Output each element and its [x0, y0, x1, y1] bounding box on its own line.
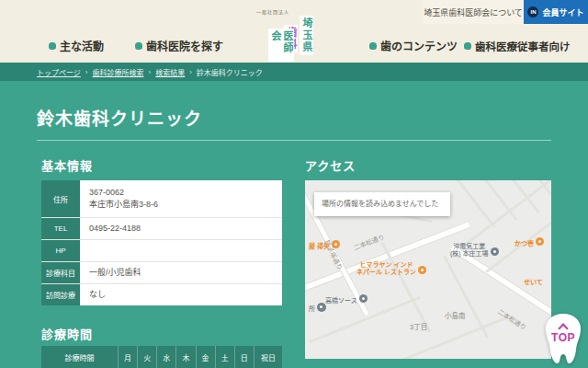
row-value: 0495-22-4188 [80, 218, 282, 239]
nav-item-tooth-contents[interactable]: 歯のコンテンツ [369, 39, 458, 52]
hours-col-header: 診療時間 [41, 346, 119, 368]
tooth-bullet-icon [49, 42, 56, 50]
poi-label: 3丁目 [410, 323, 427, 331]
table-row-visiting-care: 訪問診療 なし [41, 284, 282, 305]
nav-item-professionals[interactable]: 歯科医療従事者向け [464, 39, 571, 52]
map-road-label: 二本松通り [352, 232, 385, 252]
breadcrumb-home-link[interactable]: トップページ [37, 67, 81, 77]
row-label: 住所 [41, 180, 80, 217]
row-label: 診療科目 [41, 262, 80, 283]
table-row-departments: 診療科目 一般/小児歯科 [41, 262, 282, 284]
row-value: 一般/小児歯科 [80, 262, 282, 283]
about-association-link[interactable]: 埼玉県歯科医師会について [423, 0, 524, 24]
basic-info-heading: 基本情報 [41, 156, 93, 174]
hours-col-thu: 木 [176, 346, 196, 368]
map-area-label: 3丁目 [410, 316, 427, 333]
poi-label: ヒマラヤン インド ネパール レストラン [356, 261, 416, 276]
scroll-to-top-button[interactable]: TOP [540, 313, 586, 366]
poi-label: かつ壱 [514, 240, 534, 247]
map-road [498, 180, 539, 213]
hours-col-sun: 日 [235, 346, 254, 368]
row-label: 訪問診療 [41, 284, 80, 305]
map-poi-partial: せいて [524, 271, 543, 288]
map-poi-restaurant: かつ壱 [514, 233, 544, 249]
breadcrumb-results-link[interactable]: 検索結果 [155, 67, 185, 77]
street-address: 本庄市小島南3-8-6 [89, 199, 273, 211]
table-row-address: 住所 367-0062 本庄市小島南3-8-6 [41, 180, 282, 218]
tooth-bullet-icon [135, 42, 142, 50]
logo-text-saitama: 埼玉県 [300, 16, 313, 55]
restaurant-marker-icon [536, 237, 544, 246]
hours-col-holiday: 祝日 [254, 346, 282, 368]
nav-item-label: 歯のコンテンツ [380, 38, 458, 53]
tooth-bullet-icon [369, 42, 377, 50]
nav-item-activities[interactable]: 主な活動 [49, 39, 104, 52]
breadcrumb-current: 鈴木歯科クリニック [197, 67, 263, 77]
hours-heading: 診療時間 [41, 325, 93, 342]
hours-col-tue: 火 [138, 346, 157, 368]
nav-item-label: 歯科医院を探す [146, 38, 223, 53]
map-poi-restaurant: ヒマラヤン インド ネパール レストラン [356, 261, 426, 278]
logo-org-type: 一般社団法人 [256, 8, 289, 15]
row-value [80, 240, 282, 261]
access-heading: アクセス [305, 156, 356, 174]
breadcrumb-separator: › [85, 68, 88, 76]
logo-text-ishikai: 医師会 [268, 29, 294, 62]
hours-col-mon: 月 [119, 346, 138, 368]
map-poi-restaurant: 屋 得矢 [309, 236, 340, 252]
breadcrumb-search-link[interactable]: 歯科診療所検索 [93, 67, 144, 77]
map-poi-business: 沖電気工業 (株) 本庄工場 [450, 243, 499, 259]
hours-table-header: 診療時間 月 火 水 木 金 土 日 祝日 [41, 346, 282, 368]
row-value: なし [80, 284, 282, 305]
nav-item-label: 歯科医療従事者向け [475, 39, 571, 53]
about-association-label: 埼玉県歯科医師会について [424, 6, 523, 18]
row-label: HP [41, 240, 80, 261]
nav-item-find-clinic[interactable]: 歯科医院を探す [135, 39, 223, 52]
hours-col-wed: 水 [157, 346, 176, 368]
map-poi-business: 所 [309, 298, 326, 315]
title-divider [37, 140, 551, 141]
poi-label: せいて [524, 279, 543, 285]
business-marker-icon [491, 247, 499, 256]
postal-code: 367-0062 [89, 187, 273, 199]
breadcrumb: トップページ › 歯科診療所検索 › 検索結果 › 鈴木歯科クリニック [0, 63, 588, 81]
hours-col-fri: 金 [197, 346, 216, 368]
map-road [366, 315, 512, 359]
breadcrumb-separator: › [149, 68, 152, 76]
table-row-hp: HP [41, 240, 282, 262]
hours-col-sat: 土 [216, 346, 235, 368]
breadcrumb-separator: › [189, 68, 192, 76]
map-poi-business: 高橋ソース [325, 290, 368, 306]
restaurant-marker-icon [418, 266, 426, 274]
basic-info-table: 住所 367-0062 本庄市小島南3-8-6 TEL 0495-22-4188… [41, 180, 282, 305]
restaurant-marker-icon [332, 240, 340, 248]
access-map[interactable]: 銚子塚通り 二本松通り 二本松通り 屋 得矢 かつ壱 ヒマラヤン インド ネパー… [305, 180, 551, 359]
page-title: 鈴木歯科クリニック [37, 105, 202, 130]
map-error-popup: 場所の情報を読み込めませんでした [314, 192, 450, 216]
business-marker-icon [317, 303, 326, 312]
site-header: 埼玉県歯科医師会について IN 会員サイト 一般社団法人 埼玉県 歯科 医師会 … [0, 0, 588, 63]
login-icon: IN [527, 6, 538, 17]
poi-label: 屋 得矢 [309, 243, 330, 249]
row-label: TEL [41, 218, 80, 239]
member-site-label: 会員サイト [542, 6, 583, 18]
poi-label: 沖電気工業 (株) 本庄工場 [450, 243, 489, 258]
top-button-label: TOP [540, 331, 586, 344]
site-logo[interactable]: 一般社団法人 埼玉県 歯科 医師会 [256, 3, 322, 62]
map-area-label: 小島南 [445, 305, 466, 322]
row-value: 367-0062 本庄市小島南3-8-6 [80, 180, 282, 217]
poi-label: 所 [309, 305, 315, 312]
poi-label: 小島南 [445, 312, 466, 320]
table-row-tel: TEL 0495-22-4188 [41, 218, 282, 240]
business-marker-icon [359, 294, 368, 303]
poi-label: 高橋ソース [325, 297, 357, 304]
tooth-bullet-icon [464, 42, 471, 50]
nav-item-label: 主な活動 [60, 38, 104, 53]
member-site-button[interactable]: IN 会員サイト [524, 0, 588, 24]
